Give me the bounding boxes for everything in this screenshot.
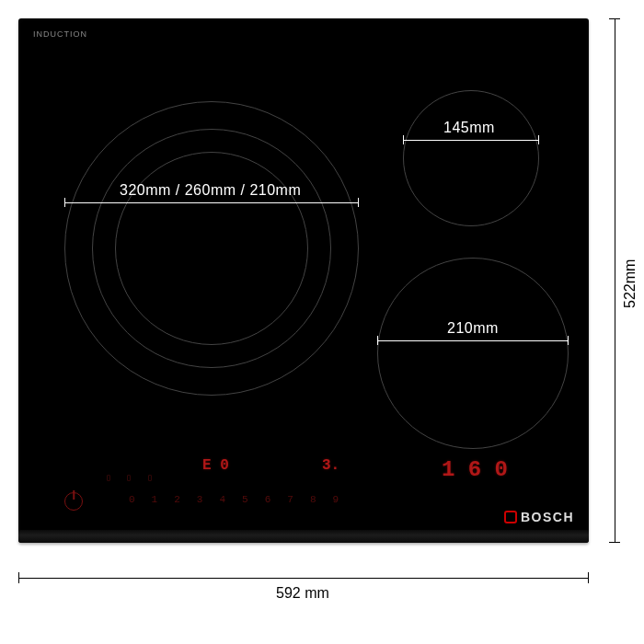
slider-tick[interactable]: 1 xyxy=(152,494,158,505)
width-dim-label: 592 mm xyxy=(276,585,329,602)
height-dim-label: 522mm xyxy=(622,259,638,308)
triple-ring-inner xyxy=(115,152,308,345)
small-ring xyxy=(403,90,539,226)
zone-small xyxy=(403,90,539,226)
slider-tick[interactable]: 0 xyxy=(129,494,135,505)
label-induction: INDUCTION xyxy=(33,29,87,39)
control-panel: ▯ ▯ ▯ E 0 3. 1 6 0 0 1 2 3 4 5 6 7 8 9 xyxy=(64,457,572,517)
medium-ring xyxy=(377,258,569,449)
medium-dim-label: 210mm xyxy=(447,320,499,337)
power-button[interactable] xyxy=(64,492,83,511)
dim-tick xyxy=(538,135,539,144)
width-dim-line xyxy=(18,578,589,579)
power-slider[interactable]: 0 1 2 3 4 5 6 7 8 9 xyxy=(129,494,339,505)
zone-triple xyxy=(64,101,359,396)
brand-text: BOSCH xyxy=(521,510,574,524)
triple-dim-line xyxy=(64,202,359,203)
dim-tick xyxy=(64,198,65,207)
zone-select-icon[interactable]: ▯ xyxy=(106,472,111,483)
dim-tick xyxy=(358,198,359,207)
dim-tick xyxy=(377,336,378,345)
brand-logo: BOSCH xyxy=(504,510,574,524)
slider-tick[interactable]: 4 xyxy=(219,494,225,505)
zone-select-icon[interactable]: ▯ xyxy=(147,472,153,483)
slider-tick[interactable]: 3 xyxy=(197,494,203,505)
display-left: E 0 xyxy=(202,457,229,474)
dim-tick xyxy=(403,135,404,144)
bosch-icon xyxy=(504,511,517,523)
small-dim-line xyxy=(403,140,539,141)
medium-dim-line xyxy=(377,340,569,341)
induction-label: INDUCTION xyxy=(33,29,87,40)
zone-medium xyxy=(377,258,569,449)
display-mid: 3. xyxy=(322,457,339,474)
induction-cooktop: INDUCTION 320mm / 260mm / 210mm 145mm 21… xyxy=(18,18,589,543)
slider-tick[interactable]: 6 xyxy=(265,494,271,505)
slider-tick[interactable]: 9 xyxy=(332,494,339,505)
slider-tick[interactable]: 8 xyxy=(310,494,316,505)
slider-tick[interactable]: 2 xyxy=(174,494,180,505)
height-dim-line xyxy=(615,18,615,543)
small-dim-label: 145mm xyxy=(443,120,495,136)
dim-tick xyxy=(568,336,569,345)
zone-select-icon[interactable]: ▯ xyxy=(126,472,132,483)
triple-dim-label: 320mm / 260mm / 210mm xyxy=(120,182,301,199)
slider-tick[interactable]: 5 xyxy=(242,494,248,505)
display-right: 1 6 0 xyxy=(442,457,508,482)
slider-tick[interactable]: 7 xyxy=(287,494,293,505)
